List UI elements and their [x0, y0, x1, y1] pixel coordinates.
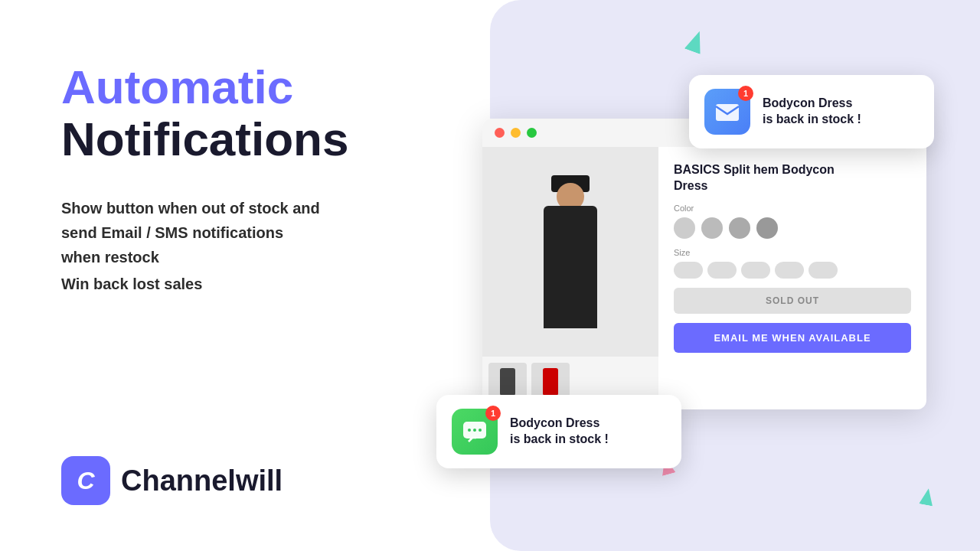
- product-image-area: [482, 147, 658, 407]
- size-3[interactable]: [741, 262, 770, 279]
- email-icon-wrap: 1: [704, 89, 750, 135]
- size-2[interactable]: [707, 262, 737, 279]
- color-section: Color: [674, 204, 911, 239]
- headline-automatic: Automatic: [61, 61, 444, 113]
- mail-icon: [714, 98, 741, 126]
- product-main-image: [482, 147, 658, 357]
- sms-icon-wrap: 1: [452, 409, 498, 455]
- channelwill-name: Channelwill: [121, 465, 283, 497]
- email-notif-text: Bodycon Dress is back in stock !: [763, 96, 861, 128]
- svg-point-3: [473, 429, 476, 432]
- sms-notification-card: 1 Bodycon Dress is back in stock !: [436, 395, 681, 468]
- email-notification-card: 1 Bodycon Dress is back in stock !: [689, 75, 934, 148]
- browser-mockup: BASICS Split hem Bodycon Dress Color Siz…: [482, 119, 926, 409]
- description-block: Show button when out of stock and send E…: [61, 196, 444, 269]
- email-when-available-button[interactable]: EMAIL ME WHEN AVAILABLE: [674, 323, 911, 353]
- thumb-figure-1: [500, 368, 515, 396]
- sms-notif-badge: 1: [485, 406, 501, 421]
- color-swatches: [674, 217, 911, 239]
- browser-body: BASICS Split hem Bodycon Dress Color Siz…: [482, 147, 926, 407]
- swatch-1[interactable]: [674, 217, 695, 239]
- fashion-figure: [517, 175, 624, 328]
- svg-point-2: [468, 429, 471, 432]
- left-content: Automatic Notifications Show button when…: [61, 61, 444, 293]
- swatch-3[interactable]: [729, 217, 750, 239]
- swatch-4[interactable]: [756, 217, 778, 239]
- size-label: Size: [674, 248, 911, 257]
- size-1[interactable]: [674, 262, 703, 279]
- channelwill-logo: C Channelwill: [61, 456, 283, 505]
- sms-notif-text: Bodycon Dress is back in stock !: [510, 416, 609, 448]
- figure-body: [544, 206, 597, 328]
- product-info-area: BASICS Split hem Bodycon Dress Color Siz…: [658, 147, 926, 407]
- size-4[interactable]: [775, 262, 804, 279]
- sms-icon: [461, 418, 488, 445]
- svg-point-4: [479, 429, 482, 432]
- channelwill-icon: C: [61, 456, 110, 505]
- size-section: Size: [674, 248, 911, 279]
- product-title: BASICS Split hem Bodycon Dress: [674, 162, 911, 194]
- swatch-2[interactable]: [701, 217, 723, 239]
- win-back-text: Win back lost sales: [61, 276, 444, 293]
- headline-notifications: Notifications: [61, 113, 444, 165]
- sms-notif-title: Bodycon Dress is back in stock !: [510, 416, 609, 448]
- dot-green: [527, 128, 537, 138]
- dot-yellow: [511, 128, 521, 138]
- size-swatches: [674, 262, 911, 279]
- color-label: Color: [674, 204, 911, 213]
- email-notif-title: Bodycon Dress is back in stock !: [763, 96, 861, 128]
- email-notif-badge: 1: [738, 86, 753, 101]
- svg-rect-0: [716, 104, 739, 121]
- sold-out-button[interactable]: SOLD OUT: [674, 288, 911, 314]
- thumb-figure-2: [543, 368, 558, 396]
- size-5[interactable]: [808, 262, 838, 279]
- dot-red: [495, 128, 505, 138]
